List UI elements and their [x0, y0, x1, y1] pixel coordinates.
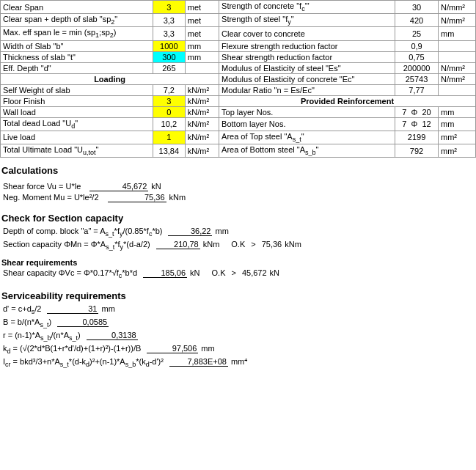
cover-value[interactable]: 25 — [395, 27, 439, 40]
es-unit: N/mm² — [439, 62, 476, 73]
fc-label: Strength of concrete "fc'" — [219, 1, 395, 14]
floor-finish-unit: kN/m² — [185, 95, 219, 106]
es-label: Modulus of Elasticity of steel "Es" — [219, 62, 395, 73]
shear-capacity-value: 185,06 — [143, 268, 187, 278]
fy-label: Strength of steel "fy" — [219, 14, 395, 27]
calculations-title: Calculations — [1, 165, 475, 176]
live-load-unit: kN/m² — [185, 131, 219, 144]
service-label-2: r = (n-1)*As_b/(n*As_t) — [3, 331, 81, 342]
service-row-4: Icr = bkd³/3+n*As_t*(d-kd)²+(n-1)*As_b*(… — [1, 357, 475, 368]
eff-span-value[interactable]: 3,3 — [153, 27, 185, 40]
service-label-3: kd = (√(2*d*B(1+r*d'/d)+(1+r)²)-(1+r))/B — [3, 344, 141, 355]
capacity-gt: > — [251, 240, 255, 249]
span-depth-unit: met — [185, 14, 219, 27]
service-unit-3: mm — [201, 344, 214, 353]
moment-unit: kNm — [169, 193, 186, 202]
service-row-3: kd = (√(2*d*B(1+r*d'/d)+(1+r)²)-(1+r))/B… — [1, 344, 475, 355]
moment-value: 75,36 — [108, 193, 166, 202]
width-value[interactable]: 1000 — [153, 40, 185, 51]
area-top-unit: mm² — [439, 131, 476, 144]
ec-unit: N/mm² — [439, 73, 476, 84]
area-bot-label: Area of Bottom steel "As_b" — [219, 144, 395, 157]
area-bot-value[interactable]: 792 — [395, 144, 439, 157]
flexure-value[interactable]: 0,9 — [395, 40, 439, 51]
modular-unit — [439, 84, 476, 95]
shear-force-label: Shear force Vu = U*le — [3, 182, 81, 191]
shear-force-unit: kN — [151, 182, 161, 191]
self-weight-value[interactable]: 7,2 — [153, 84, 185, 95]
shear-compare: 45,672 — [242, 268, 267, 277]
shear-req-title: Shear requirements — [1, 258, 475, 267]
top-layer-label: Top layer Nos. — [219, 106, 395, 117]
wall-load-unit: kN/m² — [185, 106, 219, 117]
fy-value[interactable]: 420 — [395, 14, 439, 27]
bottom-layer-label: Bottom layer Nos. — [219, 117, 395, 131]
thickness-value[interactable]: 300 — [153, 51, 185, 62]
shear-red-unit — [439, 51, 476, 62]
span-depth-label: Clear span + depth of slab "sp2" — [1, 14, 153, 27]
area-top-label: Area of Top steel "As_t" — [219, 131, 395, 144]
eff-depth-value[interactable]: 265 — [153, 62, 185, 73]
width-unit: mm — [185, 40, 219, 51]
service-value-2: 0,3138 — [87, 331, 138, 340]
service-value-0: 31 — [47, 304, 98, 314]
shear-gt: > — [232, 268, 236, 277]
capacity-unit: kNm — [203, 240, 220, 249]
fc-value[interactable]: 30 — [395, 1, 439, 14]
shear-red-label: Shear strength reduction factor — [219, 51, 395, 62]
bottom-layer-unit: mm — [439, 117, 476, 131]
ec-value[interactable]: 25743 — [395, 73, 439, 84]
area-top-value[interactable]: 2199 — [395, 131, 439, 144]
total-dead-value[interactable]: 10,2 — [153, 117, 185, 131]
capacity-compare: 75,36 — [262, 240, 282, 249]
loading-header: Loading — [1, 73, 219, 84]
modular-value[interactable]: 7,77 — [395, 84, 439, 95]
top-layer-nos[interactable]: 7 Φ 20 — [395, 106, 439, 117]
total-ult-value[interactable]: 13,84 — [153, 144, 185, 157]
area-bot-unit: mm² — [439, 144, 476, 157]
shear-red-value[interactable]: 0,75 — [395, 51, 439, 62]
capacity-value: 210,78 — [156, 240, 200, 249]
fc-unit: N/mm² — [439, 1, 476, 14]
capacity-ok: O.K — [231, 240, 245, 249]
span-depth-value[interactable]: 3,3 — [153, 14, 185, 27]
serviceability-title: Serviceability requirements — [1, 290, 475, 301]
live-load-label: Live load — [1, 131, 153, 144]
shear-capacity-unit: kN — [190, 268, 199, 277]
es-value[interactable]: 200000 — [395, 62, 439, 73]
depth-comp-unit: mm — [215, 227, 228, 235]
modular-label: Modular Ratio "n = Es/Ec" — [219, 84, 395, 95]
live-load-value[interactable]: 1 — [153, 131, 185, 144]
wall-load-value[interactable]: 0 — [153, 106, 185, 117]
total-ult-unit: kN/m² — [185, 144, 219, 157]
capacity-compare-unit: kNm — [285, 240, 301, 249]
depth-comp-label: Depth of comp. block "a" = As_t*fy/(0.85… — [3, 227, 162, 238]
eff-span-label: Max. eff span le = min (sp1;sp2) — [1, 27, 153, 40]
service-row-0: d' = c+ds/2 31 mm — [1, 304, 475, 315]
clear-span-value[interactable]: 3 — [153, 1, 185, 14]
eff-depth-label: Eff. Depth "d" — [1, 62, 153, 73]
check-section: Check for Section capacity Depth of comp… — [0, 205, 476, 283]
depth-comp-value: 36,22 — [168, 227, 212, 236]
cover-label: Clear cover to concrete — [219, 27, 395, 40]
fy-unit: N/mm² — [439, 14, 476, 27]
capacity-row: Section capacity ΦMn = Φ*As_t*fy*(d-a/2)… — [1, 240, 475, 251]
service-row-2: r = (n-1)*As_b/(n*As_t) 0,3138 — [1, 331, 475, 342]
moment-row: Neg. Moment Mu = U*le²/2 75,36 kNm — [1, 193, 475, 202]
self-weight-label: Self Weight of slab — [1, 84, 153, 95]
thickness-unit: mm — [185, 51, 219, 62]
main-data-table: Clear Span 3 met Strength of concrete "f… — [0, 0, 476, 158]
service-row-1: B = b/(n*As_t) 0,0585 — [1, 317, 475, 328]
service-unit-4: mm⁴ — [231, 357, 247, 367]
shear-capacity-row: Shear capacity ΦVc = Φ*0.17*√fc*b*d 185,… — [1, 268, 475, 279]
wall-load-label: Wall load — [1, 106, 153, 117]
flexure-label: Flexure strength reduction factor — [219, 40, 395, 51]
bottom-layer-nos[interactable]: 7 Φ 12 — [395, 117, 439, 131]
service-unit-0: mm — [101, 304, 114, 313]
total-dead-unit: kN/m² — [185, 117, 219, 131]
eff-depth-unit — [185, 62, 219, 73]
shear-ok: O.K — [212, 268, 226, 277]
ec-label: Modulus of Elasticity of concrete "Ec" — [219, 73, 395, 84]
floor-finish-value[interactable]: 3 — [153, 95, 185, 106]
total-dead-label: Total dead Load "Ud" — [1, 117, 153, 131]
